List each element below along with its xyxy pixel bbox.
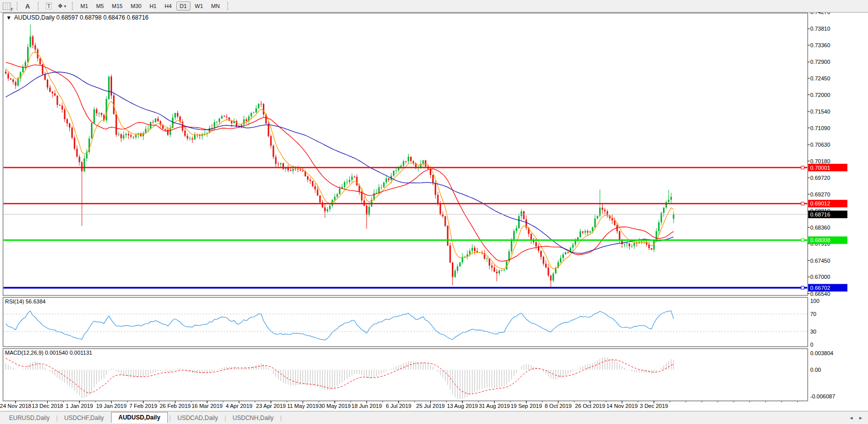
top-toolbar: F A T ❖ ▾ M1M5M15M30H1H4D1W1MN — [0, 0, 868, 13]
grid-f-icon[interactable]: F — [2, 2, 12, 11]
level-price-tag-text: 0.68008 — [810, 237, 830, 243]
macd-axis-label: 0.00 — [810, 367, 821, 373]
toolbar-separator — [227, 2, 228, 10]
rsi-indicator-label: RSI(14) 56.6384 — [5, 298, 46, 304]
price-axis-label: 0.70630 — [810, 142, 830, 148]
tab-scroll-left-icon[interactable]: ◄ — [849, 415, 853, 420]
price-axis-label: 0.72450 — [810, 75, 830, 81]
chart-pane — [3, 297, 808, 347]
rsi-axis-label: 30 — [810, 329, 816, 335]
rsi-axis-label: 100 — [810, 298, 819, 304]
mt4-window: 0.742700.738100.733600.729000.724500.720… — [0, 0, 868, 424]
chart-canvas: 0.742700.738100.733600.729000.724500.720… — [0, 0, 868, 424]
chart-tab-bar: EURUSD,Daily|USDCHF,DailyAUDUSD,Daily|US… — [0, 411, 868, 424]
tab-scroll-right-icon[interactable]: ► — [858, 415, 863, 420]
level-handle[interactable] — [801, 239, 804, 242]
level-handle[interactable] — [801, 286, 804, 289]
chart-tab-usdcnh[interactable]: USDCNH,Daily — [227, 413, 279, 423]
chevron-down-icon: ▾ — [64, 4, 66, 9]
date-axis-label: 7 Feb 2019 — [129, 403, 157, 409]
chart-tab-usdchf[interactable]: USDCHF,Daily — [58, 413, 110, 423]
timeframe-button-M15[interactable]: M15 — [109, 2, 126, 11]
price-axis-label: 0.71090 — [810, 125, 830, 131]
symbol-dropdown-icon[interactable]: ▼ — [6, 15, 12, 21]
date-axis-label: 31 Aug 2019 — [479, 403, 510, 409]
date-axis-label: 8 Oct 2019 — [545, 403, 572, 409]
price-axis-label: 0.67450 — [810, 258, 830, 264]
timeframe-button-M1[interactable]: M1 — [77, 2, 91, 11]
date-axis-label: 11 May 2019 — [287, 403, 319, 409]
timeframe-button-MN[interactable]: MN — [208, 2, 223, 11]
toolbar-separator — [38, 2, 39, 10]
level-price-tag-text: 0.70001 — [810, 165, 830, 171]
price-axis-label: 0.73360 — [810, 42, 830, 48]
text-tool-icon[interactable]: T — [44, 2, 54, 11]
date-axis-label: 4 Apr 2019 — [226, 403, 252, 409]
level-handle[interactable] — [801, 202, 804, 205]
date-axis-label: 26 Oct 2019 — [575, 403, 605, 409]
date-axis-label: 16 Mar 2019 — [191, 403, 223, 409]
price-axis-label: 0.73810 — [810, 26, 830, 32]
date-axis-label: 18 Jun 2019 — [351, 403, 382, 409]
toolbar-separator — [72, 2, 73, 10]
date-axis-label: 1 Jan 2019 — [66, 403, 93, 409]
price-axis-label: 0.72000 — [810, 92, 830, 98]
price-axis-label: 0.68360 — [810, 225, 830, 231]
date-axis-label: 24 Nov 2018 — [0, 403, 31, 409]
macd-axis-label: -0.006087 — [810, 393, 835, 399]
date-axis-label: 30 May 2019 — [319, 403, 351, 409]
date-axis-label: 26 Feb 2019 — [160, 403, 191, 409]
macd-axis-label: 0.003804 — [810, 350, 833, 356]
date-axis-label: 23 Apr 2019 — [256, 403, 285, 409]
price-axis-label: 0.69720 — [810, 175, 830, 181]
timeframe-button-D1[interactable]: D1 — [176, 2, 190, 11]
chart-tab-usdcad[interactable]: USDCAD,Daily — [171, 413, 224, 423]
level-handle[interactable] — [801, 166, 804, 169]
timeframe-group: M1M5M15M30H1H4D1W1MN — [76, 2, 224, 11]
date-axis-label: 3 Dec 2019 — [640, 403, 668, 409]
date-axis-label: 13 Dec 2018 — [32, 403, 63, 409]
objects-dropdown-icon[interactable]: ❖ ▾ — [57, 2, 67, 11]
timeframe-button-W1[interactable]: W1 — [191, 2, 207, 11]
date-axis-label: 6 Jul 2019 — [386, 403, 412, 409]
price-axis-label: 0.67000 — [810, 274, 830, 280]
timeframe-button-H1[interactable]: H1 — [146, 2, 160, 11]
price-axis-label: 0.66540 — [810, 291, 830, 297]
chart-pane — [3, 13, 808, 295]
date-axis-label: 19 Sep 2019 — [511, 403, 542, 409]
timeframe-button-M30[interactable]: M30 — [127, 2, 145, 11]
toolbar-separator — [17, 2, 18, 10]
level-price-tag-text: 0.69012 — [810, 200, 830, 206]
rsi-axis-label: 0 — [810, 342, 813, 348]
current-price-tag-text: 0.68716 — [810, 211, 830, 218]
date-axis-label: 13 Aug 2019 — [447, 403, 478, 409]
macd-indicator-label: MACD(12,26,9) 0.001540 0.001131 — [5, 350, 92, 356]
chart-tab-audusd[interactable]: AUDUSD,Daily — [111, 412, 168, 423]
date-axis-label: 25 Jul 2019 — [416, 403, 445, 409]
level-price-tag-text: 0.66702 — [810, 285, 830, 291]
timeframe-button-H4[interactable]: H4 — [161, 2, 175, 11]
chart-title-ohlc: AUDUSD,Daily 0.68597 0.68798 0.68476 0.6… — [14, 14, 149, 21]
date-axis-label: 14 Nov 2019 — [606, 403, 637, 409]
tab-separator: | — [279, 414, 282, 421]
price-axis-label: 0.69270 — [810, 191, 830, 197]
chart-tab-eurusd[interactable]: EURUSD,Daily — [3, 413, 56, 423]
timeframe-button-M5[interactable]: M5 — [92, 2, 107, 11]
date-axis-label: 19 Jan 2019 — [96, 403, 127, 409]
price-axis-label: 0.71540 — [810, 109, 830, 115]
text-label-icon[interactable]: A — [23, 2, 33, 11]
price-axis-label: 0.72900 — [810, 59, 830, 65]
rsi-axis-label: 70 — [810, 311, 816, 317]
price-axis-label: 0.70180 — [810, 158, 830, 164]
